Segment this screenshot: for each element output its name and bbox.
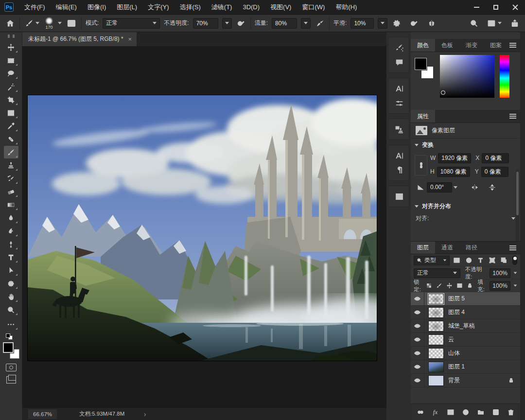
layer-style-button[interactable]: fx [431, 408, 440, 417]
tool-eyedropper[interactable] [4, 120, 18, 132]
toolbar-collapse-icon[interactable] [8, 35, 15, 38]
layer-visibility-toggle[interactable] [411, 333, 424, 346]
layer-thumbnail[interactable] [428, 362, 444, 372]
status-chevron-icon[interactable]: › [144, 410, 146, 418]
new-layer-button[interactable] [491, 408, 500, 417]
menu-window[interactable]: 窗口(W) [297, 0, 330, 15]
opacity-pressure-button[interactable] [236, 18, 246, 29]
flow-select[interactable]: 80% [272, 18, 297, 29]
layer-visibility-toggle[interactable] [411, 319, 424, 332]
layer-filter-toggle[interactable] [512, 256, 517, 265]
layer-visibility-toggle[interactable] [411, 374, 424, 387]
tool-type[interactable] [4, 251, 18, 263]
airbrush-button[interactable] [315, 18, 325, 29]
tool-custom-shape[interactable] [4, 277, 18, 290]
layer-visibility-toggle[interactable] [411, 360, 424, 373]
link-wh-button[interactable] [415, 155, 427, 175]
menu-select[interactable]: 选择(S) [174, 0, 206, 15]
menu-layer[interactable]: 图层(L) [111, 0, 142, 15]
y-field[interactable]: 0 像素 [481, 167, 508, 177]
tool-crop[interactable] [4, 93, 18, 106]
tool-gradient[interactable] [4, 198, 18, 211]
toggle-brush-settings-button[interactable] [66, 18, 77, 29]
screen-mode-button[interactable] [6, 376, 16, 384]
tab-properties[interactable]: 属性 [411, 110, 435, 122]
filter-shape-layers-button[interactable] [488, 257, 496, 264]
layer-thumbnail[interactable] [428, 334, 444, 345]
layer-fill-field[interactable]: 100% [490, 281, 510, 291]
add-layer-mask-button[interactable] [446, 408, 455, 417]
collapse-align-icon[interactable] [415, 205, 419, 208]
paragraph-panel-button[interactable] [388, 163, 410, 177]
tab-paths[interactable]: 路径 [459, 242, 484, 254]
tool-lasso[interactable] [4, 67, 18, 80]
properties-panel-menu-button[interactable] [509, 110, 520, 122]
blend-mode-select[interactable]: 正常 [103, 18, 160, 29]
default-colors-icon[interactable] [6, 333, 17, 340]
canvas-artwork[interactable] [28, 95, 377, 361]
collapse-transform-icon[interactable] [415, 144, 419, 146]
menu-help[interactable]: 帮助(H) [330, 0, 362, 15]
tool-frame[interactable] [4, 106, 18, 119]
smoothing-select[interactable]: 10% [350, 18, 374, 29]
paint-symmetry-button[interactable] [426, 18, 437, 29]
layer-thumbnail[interactable] [428, 375, 444, 386]
brush-tool-preset[interactable] [24, 18, 40, 29]
tool-history-brush[interactable] [4, 172, 18, 185]
filter-smart-objects-button[interactable] [500, 257, 508, 264]
filter-type-layers-button[interactable] [476, 257, 485, 264]
saturation-brightness-field[interactable] [440, 55, 494, 98]
close-button[interactable] [506, 0, 525, 15]
layer-row[interactable]: 云 [411, 333, 520, 347]
search-button[interactable] [469, 18, 479, 29]
layer-row[interactable]: 背景 [411, 374, 520, 387]
chevron-down-icon[interactable] [514, 272, 517, 274]
tab-layers[interactable]: 图层 [411, 242, 435, 254]
maximize-button[interactable] [486, 0, 506, 15]
layer-row[interactable]: 图层 5 [411, 292, 520, 306]
tool-spot-healing[interactable] [4, 133, 18, 145]
menu-edit[interactable]: 编辑(E) [51, 0, 82, 15]
layer-row[interactable]: 图层 1 [411, 360, 520, 374]
tool-zoom[interactable] [4, 303, 18, 316]
chevron-down-icon[interactable] [511, 217, 515, 220]
layer-row[interactable]: 山体 [411, 347, 520, 360]
layers-panel-menu-button[interactable] [509, 242, 520, 254]
opacity-dropdown-button[interactable] [222, 18, 232, 29]
hue-slider[interactable] [500, 55, 509, 98]
flip-vertical-icon[interactable] [488, 183, 496, 192]
layer-visibility-toggle[interactable] [411, 306, 424, 319]
tab-color[interactable]: 颜色 [411, 39, 435, 52]
filter-pixel-layers-button[interactable] [453, 257, 461, 264]
tool-move[interactable] [4, 41, 18, 53]
height-field[interactable]: 1080 像素 [437, 167, 470, 177]
menu-3d[interactable]: 3D(D) [237, 0, 265, 15]
layer-visibility-toggle[interactable] [411, 347, 424, 360]
smoothing-dropdown-button[interactable] [378, 18, 387, 29]
smoothing-options-gear-button[interactable] [391, 18, 402, 29]
timeline-panel-button[interactable] [388, 189, 410, 204]
brush-preset-picker[interactable]: 170 [44, 16, 54, 30]
home-button[interactable] [5, 18, 16, 29]
share-button[interactable] [509, 18, 520, 29]
character-panel-button[interactable] [388, 81, 410, 96]
lock-image-pixels-button[interactable] [436, 282, 442, 289]
tool-brush[interactable] [4, 146, 18, 158]
width-field[interactable]: 1920 像素 [438, 153, 471, 163]
menu-image[interactable]: 图像(I) [82, 0, 111, 15]
chevron-down-icon[interactable] [514, 284, 517, 286]
opacity-select[interactable]: 70% [193, 18, 218, 29]
quick-mask-button[interactable] [6, 364, 17, 371]
pasteboard[interactable] [22, 47, 386, 407]
foreground-color-swatch[interactable] [415, 58, 427, 70]
menu-type[interactable]: 文字(Y) [142, 0, 174, 15]
tab-patterns[interactable]: 图案 [484, 39, 508, 52]
tool-smudge[interactable] [4, 225, 18, 237]
layer-thumbnail[interactable] [428, 294, 444, 304]
tab-gradients[interactable]: 渐变 [459, 39, 484, 52]
tool-clone-stamp[interactable] [4, 159, 18, 172]
lock-all-button[interactable] [467, 282, 473, 289]
tool-path-selection[interactable] [4, 264, 18, 277]
lock-transparent-pixels-button[interactable] [426, 282, 432, 289]
menu-file[interactable]: 文件(F) [19, 0, 51, 15]
